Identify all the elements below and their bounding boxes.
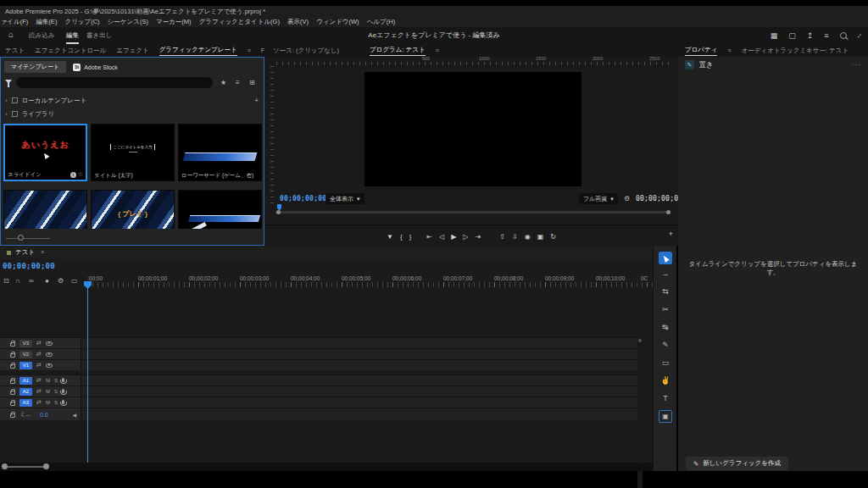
razor-tool[interactable]: ✂ bbox=[654, 305, 677, 313]
voiceover-record-icon[interactable] bbox=[62, 378, 64, 382]
template-card-slide-in[interactable]: あいうえお スライドイン i ☆ bbox=[3, 124, 87, 181]
template-card-title-bold[interactable]: ここにタイトルを入力 タイトル (太字) bbox=[91, 124, 175, 181]
create-graphic-button[interactable]: ✎ 新しいグラフィックを作成 bbox=[686, 457, 788, 470]
track-select-forward-tool[interactable]: → bbox=[654, 269, 677, 278]
track-visibility-icon[interactable] bbox=[46, 341, 53, 346]
slider-handle[interactable] bbox=[18, 235, 24, 241]
snap-icon[interactable]: ∩ bbox=[15, 274, 20, 288]
filter-icon[interactable] bbox=[5, 80, 12, 84]
menu-view[interactable]: 表示(V) bbox=[287, 17, 309, 27]
tree-item-local-templates[interactable]: › ローカルテンプレート + bbox=[1, 94, 264, 107]
play-icon[interactable]: ▶ bbox=[451, 233, 456, 241]
sync-lock-icon[interactable]: ⇄ bbox=[36, 351, 42, 358]
tab-effect-controls[interactable]: エフェクトコントロール bbox=[35, 47, 106, 55]
my-templates-button[interactable]: マイテンプレート bbox=[4, 61, 66, 73]
template-card[interactable] bbox=[178, 190, 262, 229]
lock-icon[interactable] bbox=[10, 364, 15, 369]
track-visibility-icon[interactable] bbox=[46, 363, 53, 368]
scrubber-handle-right[interactable] bbox=[666, 210, 670, 214]
sync-lock-icon[interactable]: ⇄ bbox=[36, 377, 42, 384]
add-icon[interactable]: + bbox=[255, 97, 259, 104]
menu-help[interactable]: ヘルプ(H) bbox=[367, 17, 395, 27]
track-row-master[interactable]: ミ... 0.0 ◀ bbox=[0, 408, 637, 420]
voiceover-record-icon[interactable] bbox=[62, 389, 64, 393]
add-marker-icon[interactable]: ● bbox=[45, 274, 49, 288]
add-marker-icon[interactable]: ▼ bbox=[387, 233, 393, 241]
type-tool[interactable]: T bbox=[654, 394, 677, 402]
scrollbar-dot[interactable] bbox=[638, 339, 642, 342]
lock-icon[interactable] bbox=[10, 413, 15, 418]
menu-sequence[interactable]: シーケンス(S) bbox=[108, 17, 148, 27]
timeline-settings-icon[interactable]: ⚙ bbox=[58, 274, 64, 288]
captions-toggle-icon[interactable]: ▭ bbox=[71, 274, 78, 288]
track-target-v3[interactable]: V3 bbox=[19, 340, 32, 347]
search-icon[interactable] bbox=[840, 32, 847, 39]
track-target-a3[interactable]: A3 bbox=[19, 399, 32, 407]
lock-icon[interactable] bbox=[10, 353, 15, 358]
timeline-ruler[interactable]: :00;00 00;00;01;00 00;00;02;00 00;00;03;… bbox=[83, 274, 653, 288]
master-volume-value[interactable]: 0.0 bbox=[40, 412, 48, 418]
mute-button[interactable]: M bbox=[46, 389, 50, 394]
step-back-icon[interactable]: ◁ bbox=[439, 233, 444, 241]
voiceover-record-icon[interactable] bbox=[62, 400, 64, 404]
hand-tool[interactable]: ✌ bbox=[654, 376, 677, 385]
timeline-zoom-scrollbar[interactable] bbox=[0, 463, 653, 471]
tab-sequence[interactable]: テスト bbox=[15, 246, 35, 259]
keyframe-icon[interactable]: ◀ bbox=[72, 412, 76, 418]
track-row-a2[interactable]: A2 ⇄ M S bbox=[0, 385, 637, 396]
solo-button[interactable]: S bbox=[54, 389, 58, 394]
zoom-bar[interactable] bbox=[7, 466, 45, 468]
rectangle-tool[interactable]: ▭ bbox=[654, 358, 677, 367]
go-to-in-icon[interactable]: ⇤ bbox=[426, 233, 432, 241]
panel-menu-icon[interactable]: ≡ bbox=[248, 47, 251, 53]
menu-edit[interactable]: 編集(E) bbox=[36, 17, 57, 27]
solo-button[interactable]: S bbox=[54, 400, 58, 405]
tab-graphic-templates[interactable]: グラフィックテンプレート bbox=[159, 46, 237, 56]
list-view-icon[interactable]: ≡ bbox=[236, 79, 240, 86]
template-search-input[interactable] bbox=[16, 77, 213, 88]
lock-icon[interactable] bbox=[10, 391, 15, 395]
mute-button[interactable]: M bbox=[46, 400, 50, 405]
tab-effects[interactable]: エフェクト bbox=[116, 47, 148, 55]
monitor-scrubber[interactable] bbox=[275, 211, 669, 214]
track-target-v2[interactable]: V2 bbox=[19, 351, 32, 358]
chevron-right-icon[interactable]: › bbox=[5, 110, 8, 118]
quick-export-icon[interactable]: ↥ bbox=[807, 31, 814, 40]
app-window-icon[interactable]: ▢ bbox=[788, 31, 796, 40]
tab-edit[interactable]: 編集 bbox=[66, 27, 79, 44]
adobe-stock-button[interactable]: St Adobe Stock bbox=[68, 62, 123, 73]
sync-lock-icon[interactable]: ⇄ bbox=[36, 388, 42, 395]
nest-toggle-icon[interactable]: ⊡ bbox=[3, 274, 9, 288]
track-row-v3[interactable]: V3 ⇄ bbox=[0, 337, 637, 348]
checkbox[interactable] bbox=[12, 97, 18, 103]
lock-icon[interactable] bbox=[10, 402, 15, 406]
tab-export[interactable]: 書き出し bbox=[86, 27, 112, 44]
go-to-out-icon[interactable]: ⇥ bbox=[476, 233, 481, 241]
sync-lock-icon[interactable]: ⇄ bbox=[36, 340, 42, 347]
lift-icon[interactable]: ⇧ bbox=[499, 233, 505, 241]
template-card[interactable] bbox=[3, 190, 87, 229]
fullscreen-icon[interactable]: ↕ bbox=[855, 31, 864, 40]
mark-in-icon[interactable]: { bbox=[400, 233, 403, 241]
workspace-icon[interactable]: ▦ bbox=[771, 31, 778, 40]
export-frame-icon[interactable]: ◉ bbox=[525, 233, 531, 241]
panel-menu-icon[interactable]: ≡ bbox=[436, 47, 439, 53]
thumbnail-size-slider[interactable] bbox=[3, 234, 57, 242]
slip-tool[interactable]: ↹ bbox=[654, 323, 677, 331]
menu-graphics[interactable]: グラフィックとタイトル(G) bbox=[199, 17, 280, 27]
lock-icon[interactable] bbox=[10, 342, 15, 347]
track-row-a3[interactable]: A3 ⇄ M S bbox=[0, 396, 637, 408]
chevron-right-icon[interactable]: › bbox=[5, 97, 8, 104]
button-editor-plus-icon[interactable]: + bbox=[669, 230, 673, 238]
menu-window[interactable]: ウィンドウ(W) bbox=[316, 17, 359, 27]
zoom-handle-left[interactable] bbox=[2, 463, 8, 469]
info-icon[interactable]: i bbox=[70, 172, 76, 178]
playback-quality-select[interactable]: フル画質 ▾ bbox=[579, 193, 618, 204]
captions-tool[interactable]: ▣ bbox=[659, 410, 672, 423]
comparison-view-icon[interactable]: ▣ bbox=[537, 233, 544, 241]
template-card-play[interactable]: { プレイ } bbox=[91, 190, 175, 229]
track-target-v1[interactable]: V1 bbox=[19, 362, 32, 369]
menu-clip[interactable]: クリップ(C) bbox=[64, 17, 99, 27]
tab-program-monitor[interactable]: プログラム: テスト bbox=[370, 46, 426, 56]
scrubber-handle-left[interactable] bbox=[276, 210, 281, 214]
